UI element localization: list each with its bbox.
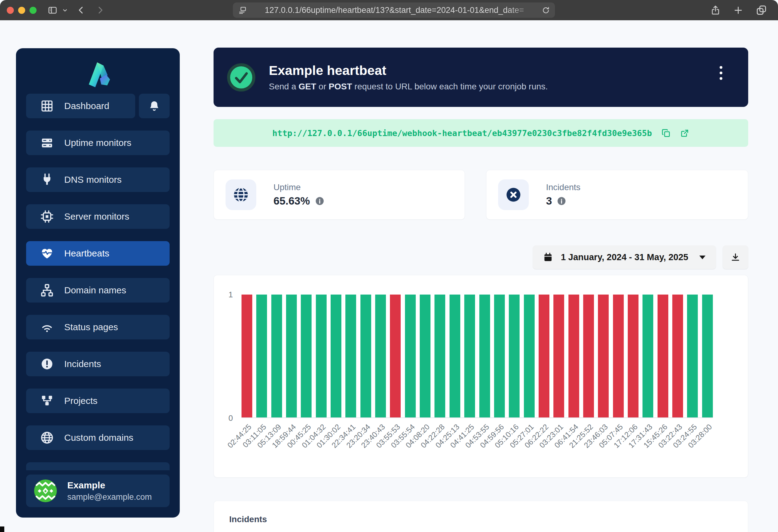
- page-title: Example heartbeat: [269, 63, 548, 78]
- heartbeat-bar-up[interactable]: [435, 294, 445, 418]
- y-axis-tick-1: 1: [221, 290, 233, 299]
- sidebar-item-label: Incidents: [64, 359, 101, 369]
- bar-column: 03:55:53: [390, 294, 401, 418]
- heartbeat-bar-down[interactable]: [568, 294, 579, 418]
- heartbeat-bar-down[interactable]: [241, 294, 252, 418]
- bar-column: 05:10:16: [509, 294, 520, 418]
- main-content: Example heartbeat Send a GET or POST req…: [214, 48, 748, 532]
- sidebar-item-custom-domains[interactable]: Custom domains: [26, 425, 170, 450]
- heartbeat-bar-down[interactable]: [390, 294, 401, 418]
- sidebar-item-heartbeats[interactable]: Heartbeats: [26, 241, 170, 266]
- url-text[interactable]: 127.0.0.1/66uptime/heartbeat/13?&start_d…: [247, 6, 542, 15]
- heartbeat-bar-up[interactable]: [271, 294, 282, 418]
- heartbeat-bar-up[interactable]: [450, 294, 460, 418]
- address-bar[interactable]: 127.0.0.1/66uptime/heartbeat/13?&start_d…: [233, 2, 555, 18]
- heartbeat-bar-up[interactable]: [494, 294, 505, 418]
- sidebar-item-incidents[interactable]: Incidents: [26, 352, 170, 376]
- bar-column: 15:45:26: [657, 294, 668, 418]
- heartbeat-bar-down[interactable]: [598, 294, 609, 418]
- chart-controls: 1 January, 2024 - 31 May, 2025: [214, 245, 748, 269]
- heartbeat-bar-down[interactable]: [613, 294, 624, 418]
- user-menu[interactable]: Example sample@example.com: [26, 474, 170, 507]
- sidebar-item-dashboard[interactable]: Dashboard: [26, 94, 135, 118]
- server-stack-icon: [40, 136, 54, 150]
- webhook-url-link[interactable]: http://127.0.0.1/66uptime/webhook-heartb…: [272, 128, 652, 138]
- download-icon: [731, 253, 740, 262]
- heartbeat-bar-up[interactable]: [361, 294, 371, 418]
- heartbeat-bar-up[interactable]: [464, 294, 475, 418]
- heartbeat-bar-down[interactable]: [553, 294, 564, 418]
- heartbeat-bar-down[interactable]: [539, 294, 549, 418]
- browser-window: 127.0.0.1/66uptime/heartbeat/13?&start_d…: [0, 0, 778, 532]
- incidents-stat-card: Incidents 3: [486, 170, 748, 219]
- heartbeat-bar-up[interactable]: [331, 294, 341, 418]
- tab-group-chevron-icon[interactable]: [62, 8, 68, 13]
- sidebar-item-uptime-monitors[interactable]: Uptime monitors: [26, 130, 170, 155]
- app-logo: [26, 53, 170, 92]
- sidebar-item-partial[interactable]: [26, 462, 170, 470]
- sidebar-item-domain-names[interactable]: Domain names: [26, 278, 170, 302]
- sidebar-item-label: Status pages: [64, 322, 118, 332]
- new-tab-icon[interactable]: [733, 6, 743, 15]
- bar-column: 05:13:09: [271, 294, 282, 418]
- heartbeat-bar-down[interactable]: [628, 294, 638, 418]
- heartbeat-bar-up[interactable]: [509, 294, 520, 418]
- heartbeat-bar-up[interactable]: [687, 294, 698, 418]
- heartbeat-bar-up[interactable]: [301, 294, 312, 418]
- heartbeat-bar-up[interactable]: [316, 294, 327, 418]
- incidents-value: 3: [546, 195, 552, 207]
- page-format-icon[interactable]: [238, 6, 247, 15]
- heartbeat-bar-up[interactable]: [286, 294, 297, 418]
- sidebar-item-label: Dashboard: [64, 101, 109, 111]
- heartbeat-bar-up[interactable]: [405, 294, 416, 418]
- zoom-window-button[interactable]: [29, 7, 36, 14]
- download-report-button[interactable]: [723, 245, 748, 269]
- uptime-stat-card: Uptime 65.63%: [214, 170, 465, 219]
- heartbeat-bar-up[interactable]: [479, 294, 490, 418]
- sidebar-item-label: Projects: [64, 395, 97, 406]
- heartbeat-bar-up[interactable]: [256, 294, 267, 418]
- copy-icon[interactable]: [661, 128, 671, 138]
- bar-column: 02:44:25: [241, 294, 252, 418]
- bar-column: 17:31:43: [642, 294, 653, 418]
- bar-column: 01:30:02: [331, 294, 341, 418]
- back-icon[interactable]: [77, 6, 85, 14]
- bar-column: 21:25:52: [583, 294, 594, 418]
- minimize-window-button[interactable]: [18, 7, 25, 14]
- bar-column: 17:12:06: [628, 294, 638, 418]
- heartbeat-bar-up[interactable]: [642, 294, 653, 418]
- heartbeat-bar-up[interactable]: [702, 294, 713, 418]
- bar-column: 03:55:54: [405, 294, 416, 418]
- more-options-icon[interactable]: [718, 64, 724, 82]
- info-icon[interactable]: [315, 196, 324, 206]
- heartbeat-bar-down[interactable]: [657, 294, 668, 418]
- globe-icon: [226, 179, 256, 210]
- info-icon[interactable]: [557, 196, 566, 206]
- heartbeat-bar-up[interactable]: [420, 294, 431, 418]
- tab-overview-icon[interactable]: [756, 5, 767, 16]
- heartbeat-bar-up[interactable]: [524, 294, 535, 418]
- corner-artifact: [0, 526, 4, 532]
- reload-icon[interactable]: [542, 6, 550, 14]
- sidebar-item-status-pages[interactable]: Status pages: [26, 315, 170, 339]
- sidebar-item-dns-monitors[interactable]: DNS monitors: [26, 167, 170, 192]
- heartbeat-bar-down[interactable]: [672, 294, 683, 418]
- bar-column: 23:40:43: [375, 294, 386, 418]
- caret-down-icon: [699, 256, 705, 259]
- sidebar-item-label: Server monitors: [64, 211, 129, 222]
- bar-column: 03:23:01: [553, 294, 564, 418]
- heartbeat-bar-up[interactable]: [375, 294, 386, 418]
- heartbeat-bar-down[interactable]: [583, 294, 594, 418]
- external-link-icon[interactable]: [680, 128, 690, 138]
- close-window-button[interactable]: [7, 7, 14, 14]
- share-icon[interactable]: [710, 5, 720, 15]
- webhook-url-bar: http://127.0.0.1/66uptime/webhook-heartb…: [214, 119, 748, 147]
- sidebar-item-server-monitors[interactable]: Server monitors: [26, 204, 170, 229]
- date-range-picker[interactable]: 1 January, 2024 - 31 May, 2025: [533, 245, 716, 269]
- incidents-section: Incidents: [214, 501, 748, 532]
- heartbeat-bar-up[interactable]: [345, 294, 356, 418]
- diagram-project-icon: [40, 394, 54, 408]
- sidebar-toggle-icon[interactable]: [48, 5, 58, 15]
- notifications-button[interactable]: [139, 94, 170, 118]
- sidebar-item-projects[interactable]: Projects: [26, 388, 170, 413]
